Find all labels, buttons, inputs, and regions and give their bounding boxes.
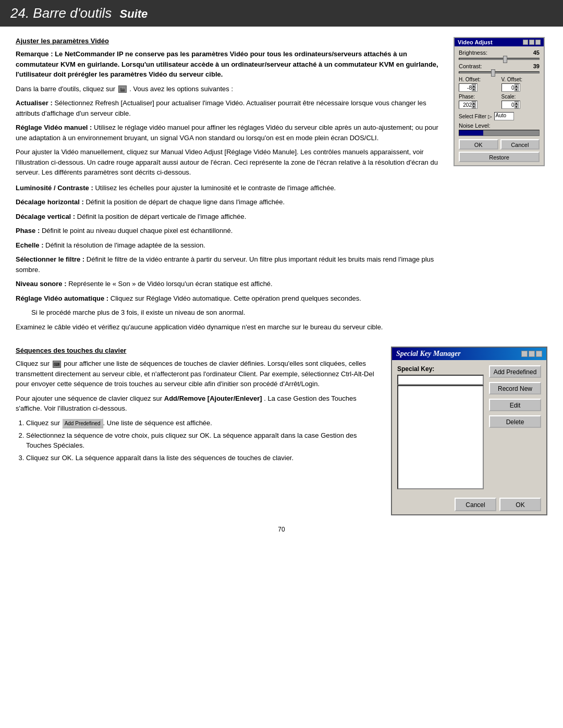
skm-title-text: Special Key Manager — [396, 350, 461, 358]
special-key-label: Special Key: — [397, 365, 484, 373]
brightness-slider[interactable] — [459, 58, 540, 60]
title-dot-2 — [529, 40, 534, 45]
edit-button[interactable]: Edit — [489, 399, 541, 411]
va-restore-button[interactable]: Restore — [459, 152, 540, 162]
scale-spinbox[interactable]: 0 ▲ ▼ — [501, 101, 520, 109]
skm-right-pane: Add Predefined Record New Edit Delete — [489, 365, 541, 489]
brightness-row: Brightness: 45 — [459, 50, 540, 56]
noise-fill — [459, 130, 483, 135]
add-predefined-button[interactable]: Add Predefined — [489, 365, 541, 378]
para4-label: Luminosité / Contraste : — [16, 184, 93, 192]
hoffset-up-arrow[interactable]: ▲ — [472, 84, 476, 88]
special-key-list[interactable] — [397, 385, 484, 489]
video-adjust-title-text: Video Adjust — [458, 39, 493, 45]
filter-label: Select Filter ▷ — [459, 114, 492, 119]
para1-label: Actualiser : — [16, 99, 53, 107]
special-key-manager-panel: Special Key Manager Special Key: Ad — [391, 347, 547, 515]
contrast-value: 39 — [533, 63, 540, 69]
phase-spinbox[interactable]: 202 ▲ ▼ — [459, 101, 478, 109]
phase-scale-row: Phase: 202 ▲ ▼ Scale: — [459, 94, 540, 109]
page-title-main: 24. Barre d'outils — [10, 5, 112, 21]
para11: Réglage Vidéo automatique : Cliquez sur … — [16, 293, 443, 304]
para11-sub-text: Si le procédé marche plus de 3 fois, il … — [31, 309, 245, 316]
list-item: Cliquez sur Add Predefined. Une liste de… — [26, 418, 381, 428]
contrast-slider[interactable] — [459, 71, 540, 73]
voffset-up-arrow[interactable]: ▲ — [515, 84, 519, 88]
para11-text: Cliquez sur Réglage Vidéo automatique. C… — [111, 294, 361, 302]
para9: Sélectionner le filtre : Définit le filt… — [16, 254, 443, 275]
video-adjust-title-bar: Video Adjust — [455, 38, 544, 46]
section2-para2: Pour ajouter une séquence de clavier cli… — [16, 393, 381, 414]
scale-up-arrow[interactable]: ▲ — [515, 101, 519, 105]
section2-heading: Séquences des touches du clavier — [16, 347, 381, 354]
noise-label: Noise Level: — [459, 122, 540, 129]
va-ok-cancel-buttons: OK Cancel — [459, 139, 540, 150]
para5-text: Définit la position de départ de chaque … — [85, 198, 285, 206]
record-new-button[interactable]: Record New — [489, 382, 541, 394]
video-adjust-panel-container: Video Adjust Brightness: 45 — [454, 37, 547, 336]
list-item: Cliquez sur OK. La séquence apparaît dan… — [26, 453, 381, 463]
intro-para: Dans la barre d'outils, cliquez sur 🎬 . … — [16, 84, 443, 94]
offset-row: H. Offset: -8 ▲ ▼ V. Offset: — [459, 77, 540, 92]
delete-button[interactable]: Delete — [489, 415, 541, 428]
hoffset-arrows[interactable]: ▲ ▼ — [472, 84, 476, 91]
phase-down-arrow[interactable]: ▼ — [472, 105, 476, 108]
warning-note: Remarque : Le NetCommander IP ne conserv… — [16, 49, 443, 80]
para6-label: Décalage vertical : — [16, 213, 75, 220]
skm-ok-button[interactable]: OK — [499, 498, 541, 511]
page-header: 24. Barre d'outils Suite — [0, 0, 563, 27]
scale-down-arrow[interactable]: ▼ — [515, 105, 519, 108]
add-predefined-inline-btn: Add Predefined — [62, 418, 103, 428]
para11-sub: Si le procédé marche plus de 3 fois, il … — [16, 307, 443, 318]
page-title: 24. Barre d'outils Suite — [10, 5, 553, 21]
brightness-track — [459, 58, 540, 60]
hoffset-col: H. Offset: -8 ▲ ▼ — [459, 77, 497, 92]
brightness-value: 45 — [533, 50, 540, 56]
scale-col: Scale: 0 ▲ ▼ — [501, 94, 540, 109]
section1-heading: Ajuster les paramètres Vidéo — [16, 37, 443, 45]
skm-dot-3 — [536, 351, 542, 357]
voffset-value: 0 — [503, 85, 515, 91]
para7: Phase : Définit le point au niveau duque… — [16, 226, 443, 236]
video-adjust-icon: 🎬 — [118, 85, 127, 93]
phase-arrows[interactable]: ▲ ▼ — [472, 101, 476, 108]
para2: Réglage Vidéo manuel : Utilisez le régla… — [16, 122, 443, 143]
lower-section: Séquences des touches du clavier Cliquez… — [16, 347, 547, 515]
skm-dot-1 — [521, 351, 528, 357]
scale-arrows[interactable]: ▲ ▼ — [515, 101, 519, 108]
para8: Echelle : Définit la résolution de l'ima… — [16, 240, 443, 251]
para4: Luminosité / Contraste : Utilisez les éc… — [16, 183, 443, 193]
phase-up-arrow[interactable]: ▲ — [472, 101, 476, 105]
para6-text: Définit la position de départ verticale … — [77, 213, 247, 220]
filter-value: Auto — [496, 113, 507, 118]
filter-row: Select Filter ▷ Auto — [459, 112, 540, 120]
para12: Examinez le câble vidéo et vérifiez qu'a… — [16, 322, 443, 332]
phase-value: 202 — [460, 102, 472, 108]
video-adjust-panel: Video Adjust Brightness: 45 — [454, 37, 545, 166]
hoffset-spinbox[interactable]: -8 ▲ ▼ — [459, 83, 478, 92]
voffset-spinbox[interactable]: 0 ▲ ▼ — [501, 83, 520, 92]
brightness-label: Brightness: — [459, 50, 487, 56]
para5: Décalage horizontal : Définit la positio… — [16, 197, 443, 207]
para4-text: Utilisez les échelles pour ajuster la lu… — [95, 184, 336, 192]
hoffset-down-arrow[interactable]: ▼ — [472, 88, 476, 91]
voffset-arrows[interactable]: ▲ ▼ — [515, 84, 519, 91]
contrast-label: Contrast: — [459, 63, 482, 69]
voffset-down-arrow[interactable]: ▼ — [515, 88, 519, 91]
lower-left: Séquences des touches du clavier Cliquez… — [16, 347, 381, 515]
phase-label: Phase: — [459, 94, 497, 100]
va-ok-button[interactable]: OK — [459, 139, 498, 150]
filter-input[interactable]: Auto — [494, 112, 514, 120]
para3-text: Pour ajuster la Vidéo manuellement, cliq… — [16, 148, 438, 176]
contrast-thumb[interactable] — [491, 69, 495, 77]
skm-cancel-button[interactable]: Cancel — [455, 498, 496, 511]
skm-bottom-buttons: Cancel OK — [392, 495, 546, 514]
contrast-row: Contrast: 39 — [459, 63, 540, 69]
video-adjust-body: Brightness: 45 Contrast: 39 — [455, 46, 544, 165]
main-content: Ajuster les paramètres Vidéo Remarque : … — [0, 37, 563, 549]
special-key-input[interactable] — [397, 375, 484, 385]
brightness-thumb[interactable] — [503, 56, 507, 63]
intro-text: Dans la barre d'outils, cliquez sur — [16, 85, 115, 93]
va-cancel-button[interactable]: Cancel — [500, 139, 540, 150]
page-number: 70 — [16, 526, 547, 533]
